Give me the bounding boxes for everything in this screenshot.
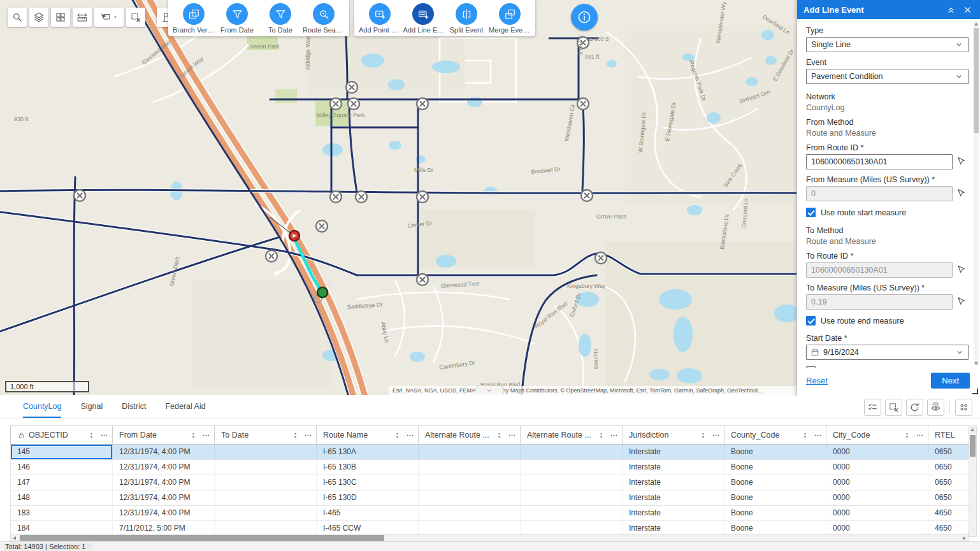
table-row[interactable]: 14712/31/1974, 4:00 PMI-65 130CInterstat… [11, 475, 969, 490]
table-cell[interactable]: 0000 [826, 445, 928, 459]
table-cell[interactable]: 147 [11, 475, 113, 490]
use-route-end-measure-row[interactable]: Use route end measure [806, 316, 969, 326]
column-header[interactable]: Alternate Route ... [521, 426, 623, 445]
use-route-start-date-checkbox[interactable] [806, 366, 816, 368]
event-select[interactable]: Pavement Condition [806, 69, 969, 84]
pick-route-icon[interactable] [956, 155, 969, 168]
scroll-left-arrow[interactable] [13, 536, 16, 540]
options-grid-button[interactable] [955, 399, 972, 416]
column-header[interactable]: Route Name [317, 426, 419, 445]
clear-selection-button[interactable] [126, 8, 145, 27]
table-cell[interactable]: Boone [724, 506, 826, 520]
map-canvas[interactable]: 930 ft931 ftElevated WaySunset WayAnson … [0, 0, 796, 395]
scroll-right-arrow[interactable] [963, 536, 966, 540]
select-records-button[interactable] [864, 399, 881, 416]
table-cell[interactable] [521, 490, 623, 505]
select-button[interactable] [94, 8, 124, 27]
pick-measure-icon[interactable] [956, 296, 969, 308]
type-select[interactable]: Single Line [806, 37, 969, 52]
tab-countylog[interactable]: CountyLog [23, 402, 61, 418]
scroll-thumb[interactable] [974, 28, 979, 133]
split-event-button[interactable]: Split Event [446, 3, 487, 34]
from-date-button[interactable]: From Date [217, 3, 257, 34]
table-cell[interactable] [215, 460, 317, 475]
table-cell[interactable] [419, 460, 521, 475]
table-cell[interactable]: Interstate [623, 475, 724, 490]
table-row[interactable]: 14612/31/1974, 4:00 PMI-65 130BInterstat… [11, 460, 969, 475]
table-cell[interactable] [215, 490, 317, 505]
table-cell[interactable]: 0650 [928, 490, 969, 505]
table-cell[interactable] [419, 445, 521, 459]
table-cell[interactable]: Boone [724, 460, 826, 475]
use-route-end-measure-checkbox[interactable] [806, 316, 816, 326]
table-cell[interactable] [419, 475, 521, 490]
table-row[interactable]: 14512/31/1974, 4:00 PMI-65 130AInterstat… [11, 445, 969, 460]
scroll-thumb[interactable] [20, 535, 384, 541]
show-hide-columns-button[interactable] [927, 399, 944, 416]
measure-button[interactable] [73, 8, 92, 27]
table-cell[interactable]: 145 [11, 445, 113, 459]
column-header[interactable]: Jurisdiction [623, 426, 724, 445]
tab-federal-aid[interactable]: Federal Aid [165, 402, 205, 418]
refresh-button[interactable] [906, 399, 923, 416]
table-cell[interactable] [521, 445, 623, 459]
attribution-collapse-button[interactable] [475, 385, 504, 394]
table-cell[interactable]: 0650 [928, 475, 969, 490]
table-cell[interactable]: 148 [11, 490, 113, 505]
scroll-thumb[interactable] [970, 435, 976, 457]
table-cell[interactable]: 12/31/1974, 4:00 PM [113, 445, 215, 459]
table-cell[interactable] [521, 460, 623, 475]
from-measure-input[interactable] [806, 186, 953, 201]
close-button[interactable] [961, 3, 974, 16]
table-cell[interactable]: 0000 [826, 490, 928, 505]
table-cell[interactable]: 12/31/1974, 4:00 PM [113, 475, 215, 490]
table-cell[interactable]: 12/31/1974, 4:00 PM [113, 506, 215, 520]
search-button[interactable] [8, 8, 27, 27]
table-cell[interactable]: I-465 [317, 506, 419, 520]
table-cell[interactable] [521, 475, 623, 490]
to-date-button[interactable]: To Date [260, 3, 301, 34]
next-button[interactable]: Next [931, 373, 970, 389]
table-cell[interactable]: Boone [724, 445, 826, 459]
pick-route-icon[interactable] [956, 264, 969, 276]
table-row[interactable]: 14812/31/1974, 4:00 PMI-65 130DInterstat… [11, 490, 969, 506]
table-cell[interactable]: Interstate [623, 490, 724, 505]
basemap-grid-button[interactable] [51, 8, 70, 27]
scroll-up-arrow[interactable] [974, 22, 978, 25]
use-route-start-measure-row[interactable]: Use route start measure [806, 208, 969, 217]
table-cell[interactable]: 12/31/1974, 4:00 PM [113, 460, 215, 475]
use-route-start-date-row[interactable]: Use route start date [806, 366, 969, 368]
table-cell[interactable]: I-65 130C [317, 475, 419, 490]
table-cell[interactable]: Boone [724, 490, 826, 505]
table-row[interactable]: 18312/31/1974, 4:00 PMI-465InterstateBoo… [11, 506, 969, 521]
table-vertical-scrollbar[interactable] [969, 426, 977, 537]
identify-button[interactable] [571, 4, 598, 31]
column-header[interactable]: Alternate Route ... [419, 426, 521, 445]
table-cell[interactable] [215, 506, 317, 520]
collapse-button[interactable] [944, 3, 957, 16]
table-cell[interactable]: I-65 130D [317, 490, 419, 505]
table-cell[interactable]: Interstate [623, 460, 724, 475]
scroll-up-arrow[interactable] [970, 428, 974, 431]
from-route-id-input[interactable] [806, 154, 953, 169]
table-cell[interactable]: I-65 130A [317, 445, 419, 459]
layers-button[interactable] [29, 8, 48, 27]
table-cell[interactable] [215, 475, 317, 490]
table-cell[interactable] [215, 445, 317, 459]
add-line-e-button[interactable]: Add Line E... [403, 3, 443, 34]
table-cell[interactable] [521, 506, 623, 520]
to-measure-input[interactable] [806, 294, 953, 310]
table-cell[interactable]: 0650 [928, 460, 969, 475]
to-route-id-input[interactable] [806, 262, 953, 278]
column-header[interactable]: To Date [215, 426, 317, 445]
table-cell[interactable] [419, 490, 521, 505]
table-cell[interactable]: I-65 130B [317, 460, 419, 475]
panel-scrollbar[interactable] [974, 22, 979, 366]
column-header[interactable]: OBJECTID [11, 426, 113, 445]
column-header[interactable]: From Date [113, 426, 215, 445]
table-cell[interactable]: 0000 [826, 506, 928, 520]
start-date-input[interactable]: 9/16/2024 [806, 345, 969, 360]
table-cell[interactable]: 146 [11, 460, 113, 475]
pick-measure-icon[interactable] [956, 187, 969, 200]
tab-district[interactable]: District [122, 402, 146, 418]
